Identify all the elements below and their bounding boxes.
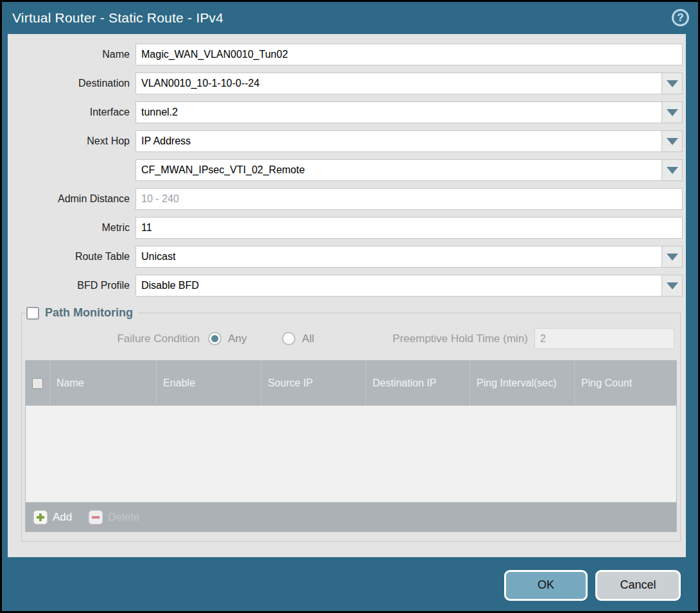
destination-input[interactable] — [136, 73, 662, 94]
ok-button[interactable]: OK — [504, 570, 588, 601]
table-header: Name Enable Source IP Destination IP Pin… — [26, 361, 676, 406]
bfd-profile-row: BFD Profile — [8, 275, 683, 297]
failure-condition-any-radio[interactable] — [208, 332, 222, 345]
chevron-down-icon — [667, 282, 678, 289]
table-toolbar: Add Delete — [25, 502, 677, 532]
plus-icon — [33, 510, 48, 524]
destination-row: Destination — [8, 73, 683, 94]
name-input[interactable] — [136, 44, 683, 65]
admin-distance-row: Admin Distance — [8, 188, 683, 210]
next-hop-label: Next Hop — [8, 135, 136, 147]
route-table-row: Route Table — [8, 246, 683, 268]
chevron-down-icon — [667, 167, 678, 174]
path-monitoring-section: Path Monitoring Failure Condition Any Al… — [21, 306, 681, 542]
interface-input[interactable] — [136, 101, 662, 123]
name-row: Name — [8, 44, 683, 65]
failure-condition-all-radio[interactable] — [282, 332, 295, 345]
route-table-dropdown-button[interactable] — [661, 246, 683, 268]
chevron-down-icon — [667, 138, 678, 145]
next-hop-type-input[interactable] — [136, 130, 662, 152]
select-all-checkbox[interactable] — [32, 378, 43, 389]
destination-dropdown-button[interactable] — [661, 73, 683, 94]
interface-dropdown-button[interactable] — [661, 101, 683, 123]
preemptive-hold-time-label: Preemptive Hold Time (min) — [392, 332, 528, 345]
interface-row: Interface — [8, 101, 683, 123]
next-hop-address-dropdown-button[interactable] — [661, 159, 683, 181]
path-monitoring-title: Path Monitoring — [45, 306, 133, 320]
route-table-input[interactable] — [136, 246, 662, 268]
table-body-empty — [26, 406, 676, 502]
bfd-profile-dropdown-button[interactable] — [661, 275, 683, 297]
static-route-dialog: Virtual Router - Static Route - IPv4 ? N… — [0, 0, 700, 613]
bfd-profile-label: BFD Profile — [8, 280, 136, 291]
add-button[interactable]: Add — [33, 510, 72, 524]
bfd-profile-input[interactable] — [136, 275, 662, 297]
delete-button[interactable]: Delete — [89, 510, 139, 524]
next-hop-address-input[interactable] — [136, 159, 662, 181]
minus-icon — [89, 510, 103, 524]
name-label: Name — [8, 49, 136, 60]
dialog-footer: OK Cancel — [2, 559, 698, 611]
failure-condition-all-label: All — [302, 332, 314, 345]
metric-label: Metric — [8, 222, 136, 234]
chevron-down-icon — [667, 254, 678, 261]
column-header-enable: Enable — [156, 361, 261, 406]
next-hop-address-row — [8, 159, 683, 181]
route-table-label: Route Table — [8, 251, 136, 263]
path-monitoring-checkbox[interactable] — [26, 307, 39, 320]
chevron-down-icon — [667, 109, 678, 116]
column-header-name: Name — [49, 361, 156, 406]
failure-condition-row: Failure Condition Any All Preemptive Hol… — [25, 328, 677, 349]
destination-label: Destination — [8, 78, 136, 89]
column-header-ping-count: Ping Count — [574, 361, 676, 406]
dialog-title: Virtual Router - Static Route - IPv4 — [12, 10, 223, 26]
dialog-titlebar: Virtual Router - Static Route - IPv4 ? — [2, 2, 698, 34]
preemptive-hold-time-input[interactable] — [534, 328, 674, 349]
failure-condition-any-label: Any — [228, 332, 247, 345]
path-monitoring-table: Name Enable Source IP Destination IP Pin… — [25, 360, 677, 502]
cancel-button[interactable]: Cancel — [595, 570, 681, 601]
help-icon[interactable]: ? — [672, 9, 689, 26]
column-header-source-ip: Source IP — [261, 361, 365, 406]
metric-input[interactable] — [136, 217, 683, 239]
metric-row: Metric — [8, 217, 683, 239]
interface-label: Interface — [8, 107, 136, 118]
chevron-down-icon — [667, 80, 678, 87]
column-header-ping-interval: Ping Interval(sec) — [469, 361, 574, 406]
admin-distance-input[interactable] — [136, 188, 683, 210]
delete-button-label: Delete — [108, 511, 139, 524]
add-button-label: Add — [53, 511, 72, 524]
column-header-destination-ip: Destination IP — [365, 361, 469, 406]
next-hop-type-dropdown-button[interactable] — [661, 130, 683, 152]
admin-distance-label: Admin Distance — [8, 193, 136, 205]
dialog-content: Name Destination Interface — [8, 34, 686, 557]
failure-condition-label: Failure Condition — [25, 332, 200, 345]
next-hop-row: Next Hop — [8, 130, 683, 152]
